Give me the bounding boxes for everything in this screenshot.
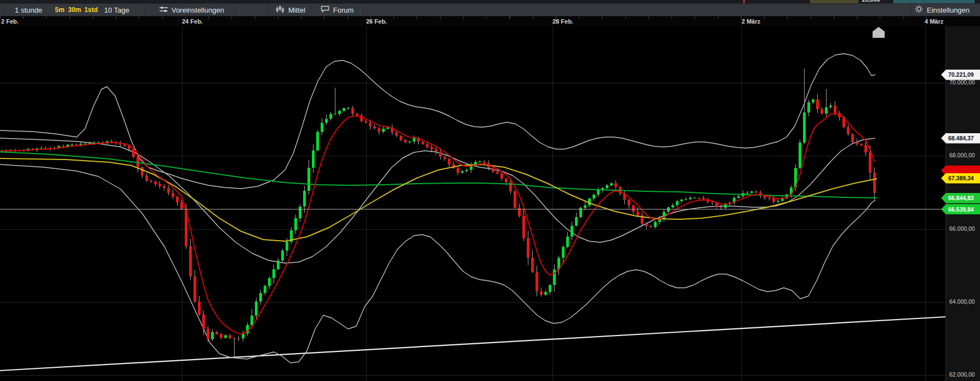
price-axis-label: 62.000,00	[949, 371, 975, 378]
timeframe-5m-button[interactable]: 5m	[53, 4, 67, 16]
time-axis[interactable]: 2 Feb.24 Feb.26 Feb.28 Feb.2 März4 März	[0, 16, 980, 26]
price-axis-label: 70.000,00	[949, 79, 975, 86]
ma-green[interactable]	[0, 152, 877, 198]
date-label: 4 März	[925, 18, 943, 25]
forum-label: Forum	[333, 6, 354, 14]
date-label: 2 März	[742, 18, 760, 25]
indicator-price-tag: 68.484,37	[941, 133, 980, 144]
date-label: 26 Feb.	[366, 18, 387, 25]
bollinger-upper[interactable]	[0, 54, 875, 189]
indicator-price-tag: 66.844,83	[941, 193, 980, 203]
timeframe-button[interactable]: 1 stunde	[4, 4, 53, 16]
trendline[interactable]	[0, 317, 945, 371]
range-label: 10 Tage	[104, 6, 129, 14]
candles[interactable]	[1, 100, 876, 339]
indicator-price-tag: 67.389,34	[941, 173, 980, 184]
date-label: 24 Feb.	[182, 18, 203, 25]
ma-red[interactable]	[2, 114, 875, 334]
indicator-price-tag: 70.221,09	[941, 70, 980, 80]
timeframe-label: 1 stunde	[15, 6, 42, 14]
time-axis-minor-ticks	[0, 16, 945, 19]
timeframe-30m-button[interactable]: 30m	[67, 4, 82, 16]
einstellungen-button[interactable]: Einstellungen	[911, 4, 980, 16]
chart-toolbar: 1 stunde 5m 30m 1std 10 Tage Voreinstell…	[0, 3, 980, 16]
chart-canvas[interactable]	[0, 26, 945, 381]
timeframe-1std-button[interactable]: 1std	[82, 4, 100, 16]
current-price-tag: 66.539,84	[941, 204, 980, 214]
price-axis-label: 68.000,00	[949, 152, 975, 158]
candlestick-icon	[276, 5, 284, 15]
ma-yellow[interactable]	[0, 158, 877, 241]
price-axis-label: 66.000,00	[949, 225, 975, 232]
voreinstellungen-label: Voreinstellungen	[172, 6, 224, 14]
date-label: 2 Feb.	[1, 18, 19, 25]
price-axis-label: 64.000,00	[949, 298, 975, 305]
date-label: 28 Feb.	[552, 18, 573, 25]
gear-icon	[915, 5, 923, 15]
timeframe-5m-label: 5m	[55, 6, 64, 14]
range-10-tage-button[interactable]: 10 Tage	[100, 4, 134, 16]
einstellungen-label: Einstellungen	[927, 6, 970, 14]
speech-bubble-icon	[321, 5, 329, 14]
upper-panel-value: 15,000	[862, 0, 880, 3]
mittel-label: Mittel	[288, 6, 305, 14]
sliders-icon	[159, 6, 168, 14]
gridlines	[0, 26, 945, 381]
forum-button[interactable]: Forum	[314, 4, 361, 16]
candlestick-chart[interactable]	[0, 26, 945, 381]
price-axis[interactable]: 70.000,0068.000,0066.000,0064.000,0062.0…	[945, 26, 980, 381]
mittel-button[interactable]: Mittel	[267, 4, 314, 16]
timeframe-1std-label: 1std	[84, 6, 98, 14]
timeframe-30m-label: 30m	[68, 6, 81, 14]
trading-app-window: { "top_strip": {"value_label": "15,000"}…	[0, 0, 980, 381]
voreinstellungen-button[interactable]: Voreinstellungen	[145, 4, 239, 16]
